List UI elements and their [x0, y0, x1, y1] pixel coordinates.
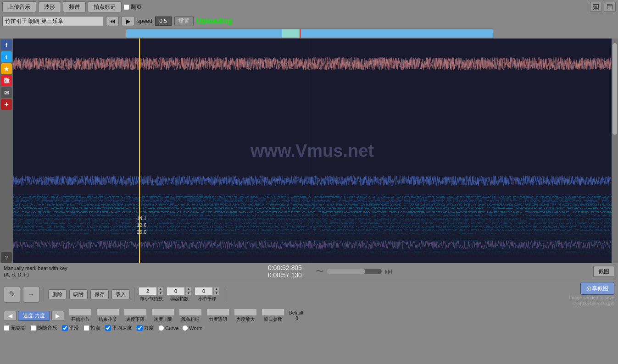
force-label[interactable]: 力度 [137, 325, 154, 331]
smooth-checkbox[interactable] [62, 325, 68, 331]
random-checkbox[interactable] [30, 325, 36, 331]
no-vibrato-checkbox[interactable] [4, 325, 10, 331]
speed-input[interactable] [155, 17, 172, 26]
vel-max-input[interactable] [151, 309, 174, 316]
vel-min-input[interactable] [124, 309, 147, 316]
avg-speed-checkbox[interactable] [105, 325, 111, 331]
waveform-controls: 〜 ⏭ [316, 266, 393, 277]
cutview-button[interactable]: 截图 [593, 266, 614, 277]
waveform-button[interactable]: 波形 [38, 1, 61, 12]
downbeat-offset-group: ▲ ▼ 弱起拍数 [167, 287, 192, 302]
velocity-power-button[interactable]: 速度-力度 [18, 311, 50, 321]
no-vibrato-label[interactable]: 无嗡嗡 [4, 325, 26, 331]
window-param-input[interactable] [262, 309, 284, 316]
window-icon-1[interactable]: 🖼 [590, 2, 602, 12]
bar-offset-input[interactable] [195, 287, 213, 295]
overview-bar[interactable] [0, 28, 618, 39]
beat-labels: 14.1 12.6 25.0 [137, 215, 146, 236]
uploading-status: Uploading [196, 17, 232, 25]
frequency-button[interactable]: 频谱 [63, 1, 86, 12]
bottom-row1: ✎ ↔ 删除 吸附 保存 载入 ▲ ▼ 每小节拍数 ▲ ▼ [4, 282, 614, 307]
zoom-input[interactable] [234, 309, 257, 316]
worm-radio-label[interactable]: Worm [182, 325, 202, 331]
downbeat-offset-up[interactable]: ▲ [185, 287, 192, 291]
upload-music-button[interactable]: 上传音乐 [2, 1, 36, 12]
second-toolbar: ⏮ ▶ speed 重置 Uploading [0, 14, 618, 28]
beats-per-bar-up[interactable]: ▲ [157, 287, 164, 291]
selection-end-line [309, 39, 309, 263]
force-checkbox[interactable] [137, 325, 143, 331]
window-icon-2[interactable]: 🗔 [604, 2, 616, 12]
line-width-input[interactable] [179, 309, 202, 316]
transparency-input[interactable] [206, 309, 229, 316]
beat-point-checkbox[interactable] [84, 325, 89, 331]
save-button[interactable]: 保存 [90, 289, 109, 299]
erase-icon-btn[interactable]: ✎ [4, 286, 20, 303]
beats-per-bar-group: ▲ ▼ 每小节拍数 [139, 287, 164, 302]
default-val: 0 [295, 316, 298, 321]
vel-min-col: 速度下限 [124, 309, 147, 323]
page-checkbox[interactable] [123, 4, 129, 10]
start-bar-col: 开始小节 [69, 309, 92, 323]
downbeat-offset-down[interactable]: ▼ [185, 291, 192, 295]
beats-per-bar-down[interactable]: ▼ [157, 291, 164, 295]
mail-icon[interactable]: ✉ [1, 87, 12, 98]
end-bar-col: 结束小节 [96, 309, 119, 323]
default-col: Default: 0 [289, 310, 305, 321]
move-icon-btn[interactable]: ↔ [23, 286, 39, 303]
avg-speed-label[interactable]: 平均速度 [105, 325, 132, 331]
curve-worm-group: Curve Worm [158, 325, 202, 331]
load-button[interactable]: 载入 [111, 289, 130, 299]
smooth-label[interactable]: 平滑 [62, 325, 79, 331]
line-width-col: 线条粗细 [179, 309, 202, 323]
overview-cursor [300, 29, 301, 38]
downbeat-offset-input[interactable] [167, 287, 185, 295]
bar-offset-down[interactable]: ▼ [213, 291, 220, 295]
beats-per-bar-input[interactable] [139, 287, 157, 295]
beat-point-label[interactable]: 拍点 [84, 325, 100, 331]
scrollbar-thumb[interactable] [612, 43, 617, 135]
separator2 [134, 287, 134, 301]
separator1 [44, 287, 44, 301]
bar-offset-up[interactable]: ▲ [213, 287, 220, 291]
vel-max-col: 速度上限 [151, 309, 174, 323]
share-screenshot-button[interactable]: 分享截图 [580, 282, 614, 295]
curve-radio[interactable] [158, 325, 164, 331]
curve-radio-label[interactable]: Curve [158, 325, 178, 331]
window-param-col: 窗口参数 [262, 309, 284, 323]
zoom-col: 力度放大 [234, 309, 257, 323]
end-bar-input[interactable] [96, 309, 119, 316]
skip-button[interactable]: ⏭ [384, 267, 393, 276]
absorb-button[interactable]: 吸附 [69, 289, 88, 299]
beat-mark-button[interactable]: 拍点标记 [88, 1, 122, 12]
facebook-icon[interactable]: f [1, 39, 12, 50]
transparency-col: 力度透明 [206, 309, 229, 323]
favorite-icon[interactable]: ★ [1, 63, 12, 74]
top-toolbar: 上传音乐 波形 频谱 拍点标记 翻页 🖼 🗔 [0, 0, 618, 14]
speed-slider[interactable] [327, 269, 382, 274]
help-icon[interactable]: ? [1, 252, 12, 263]
weibo-icon[interactable]: 微 [1, 75, 12, 86]
share-info: Image sended to seve s16(0354565376.jp0 [569, 295, 614, 307]
replay-button[interactable]: 重置 [174, 16, 194, 26]
worm-radio[interactable] [182, 325, 188, 331]
twitter-icon[interactable]: t [1, 51, 12, 62]
add-icon[interactable]: + [1, 99, 12, 110]
separator3 [224, 287, 224, 301]
page-checkbox-label[interactable]: 翻页 [123, 3, 142, 11]
random-label[interactable]: 随随音乐 [30, 325, 57, 331]
vel-left-btn[interactable]: ◀ [4, 311, 17, 321]
right-scrollbar[interactable] [612, 39, 618, 263]
status-bar: Manually mark beat with key (A, S, D, F)… [0, 263, 618, 280]
track-name-input[interactable] [2, 16, 103, 26]
delete-button[interactable]: 删除 [48, 289, 67, 299]
vel-right-btn[interactable]: ▶ [51, 311, 64, 321]
rewind-button[interactable]: ⏮ [106, 16, 119, 26]
play-button[interactable]: ▶ [122, 16, 134, 26]
speed-label: speed [137, 18, 152, 24]
bottom-controls: ✎ ↔ 删除 吸附 保存 载入 ▲ ▼ 每小节拍数 ▲ ▼ [0, 280, 618, 333]
waveform-canvas [13, 39, 612, 263]
time-display: 0:00:52.805 0:00:57.130 [268, 264, 302, 279]
waveform-area[interactable]: www.Vmus.net 14.1 12.6 25.0 [13, 39, 612, 263]
start-bar-input[interactable] [69, 309, 92, 316]
